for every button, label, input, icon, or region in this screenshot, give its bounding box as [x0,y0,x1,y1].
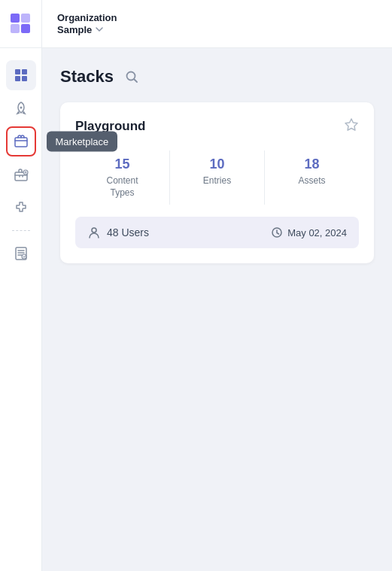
stat-label-entries: Entries [170,175,264,187]
card-header: Playground [75,117,359,135]
users-icon [87,226,101,239]
stat-label-assets: Assets [265,175,359,187]
sidebar-logo [0,0,42,48]
page-header: Stacks [60,66,374,87]
stat-content-types: 15 ContentTypes [75,150,170,205]
svg-rect-6 [15,76,20,81]
sidebar-item-extensions[interactable] [6,193,36,223]
svg-point-13 [22,254,26,259]
header: Organization Sample [42,0,392,48]
main-content: Organization Sample Stacks Playground [42,0,392,571]
marketplace-icon [14,134,29,149]
users-row: 48 Users May 02, 2024 [75,217,359,248]
date-text: May 02, 2024 [287,227,347,238]
stat-entries: 10 Entries [170,150,265,205]
puzzle-icon [14,200,29,215]
sidebar-divider [12,230,30,231]
svg-point-8 [20,107,22,109]
page-title: Stacks [60,67,114,87]
page-content: Stacks Playground 15 Co [42,48,392,571]
svg-rect-4 [15,69,20,74]
stat-label-content-types: ContentTypes [75,175,169,199]
stat-value-assets: 18 [265,156,359,172]
search-button[interactable] [121,66,142,87]
sidebar-item-dashboard[interactable] [6,60,36,90]
svg-point-14 [126,72,135,80]
users-left: 48 Users [87,226,149,239]
sidebar-item-launch[interactable] [6,93,36,123]
favorite-button[interactable] [344,117,359,135]
svg-rect-2 [11,24,20,33]
svg-rect-5 [22,69,27,74]
org-info: Organization Sample [57,12,117,35]
sidebar-item-tools[interactable] [6,159,36,190]
app-logo-icon [11,14,32,35]
sidebar-item-settings[interactable] [6,238,36,269]
svg-rect-9 [15,138,27,147]
rocket-icon [14,101,29,116]
sidebar-item-marketplace[interactable]: Marketplace [6,126,36,156]
settings-report-icon [14,246,29,261]
svg-rect-7 [22,76,27,81]
star-icon [344,117,359,132]
svg-rect-0 [11,14,20,23]
users-count: 48 Users [107,226,149,238]
svg-point-15 [92,228,96,232]
clock-icon [271,226,283,238]
briefcase-icon [14,167,29,182]
org-name: Organization [57,12,117,24]
date-right: May 02, 2024 [271,226,347,238]
org-sub[interactable]: Sample [57,24,117,35]
sidebar-navigation: Marketplace [0,54,41,275]
svg-rect-1 [21,14,30,23]
search-icon [125,70,138,84]
stat-assets: 18 Assets [265,150,359,205]
playground-card: Playground 15 ContentTypes 10 Entries [60,102,374,263]
card-title: Playground [75,119,146,134]
stat-value-entries: 10 [170,156,264,172]
svg-rect-3 [21,24,30,33]
grid-icon [14,68,29,83]
sidebar: Marketplace [0,0,42,571]
stats-row: 15 ContentTypes 10 Entries 18 Assets [75,150,359,205]
chevron-down-icon [95,25,104,34]
stat-value-content-types: 15 [75,156,169,172]
